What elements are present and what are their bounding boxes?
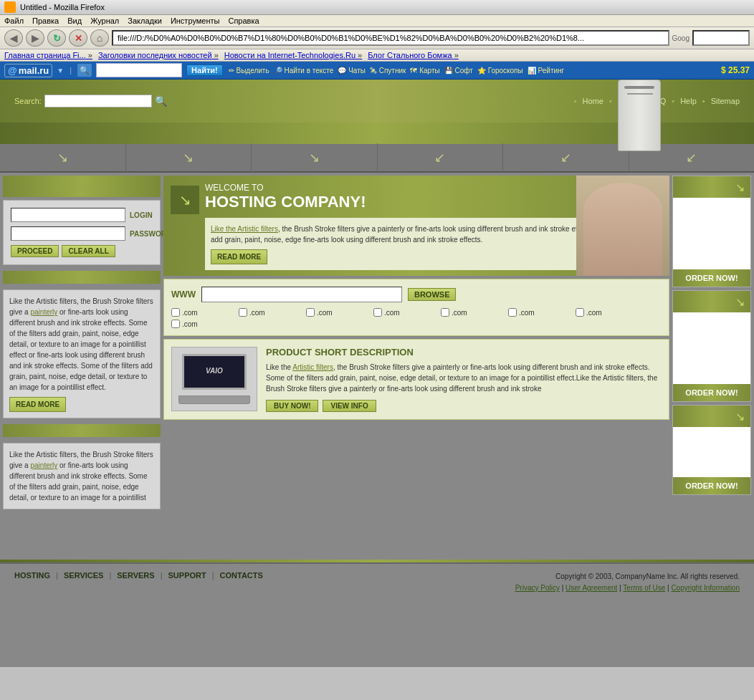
left-sidebar: LOGIN PASSWORD PROCEED CLEAR ALL Like th… — [3, 176, 161, 557]
painterly-link-2[interactable]: painterly — [30, 461, 57, 469]
bookmark-1[interactable]: Главная страница Fi... — [4, 51, 92, 59]
domain-checkbox-3[interactable] — [306, 308, 315, 317]
right-ad-content-3 — [673, 427, 750, 477]
menu-view[interactable]: Вид — [67, 16, 82, 25]
domain-search-box: WWW BROWSE .com .com .com .com .com .com… — [163, 279, 669, 336]
footer-support[interactable]: SUPPORT — [168, 571, 206, 580]
menu-tools[interactable]: Инструменты — [171, 16, 220, 25]
domain-input[interactable] — [201, 287, 402, 302]
clear-button[interactable]: CLEAR ALL — [62, 245, 115, 257]
domain-check-5: .com — [441, 308, 505, 317]
right-ad-content-2 — [673, 312, 750, 384]
menu-help[interactable]: Справка — [228, 16, 259, 25]
nav-arrow-4[interactable]: ↙ — [378, 143, 504, 172]
footer-services[interactable]: SERVICES — [64, 571, 103, 580]
artistic-filters-link[interactable]: Like the Artistic filters — [211, 225, 278, 233]
order-now-button-2[interactable]: ORDER NOW! — [673, 384, 750, 401]
footer-servers[interactable]: SERVERS — [117, 571, 154, 580]
login-buttons: PROCEED CLEAR ALL — [11, 245, 153, 257]
nav-arrow-1[interactable]: ↘ — [0, 143, 126, 172]
back-button[interactable]: ◀ — [4, 29, 23, 47]
mailru-highlight[interactable]: ✏ Выделить — [229, 67, 269, 75]
artistic-filters-link-2[interactable]: Artistic filters — [292, 363, 333, 371]
product-buttons: BUY NOW! VIEW INFO — [266, 400, 662, 412]
mailru-find-in-text[interactable]: 🔎 Найти в тексте — [274, 67, 334, 75]
mailru-maps[interactable]: 🗺 Карты — [410, 67, 439, 75]
browser-search-input[interactable] — [692, 30, 750, 46]
domain-checkbox-8[interactable] — [171, 320, 180, 328]
mailru-rating[interactable]: 📊 Рейтинг — [528, 67, 565, 75]
footer-copyright: Copyright © 2003, CompanyName Inc. All r… — [515, 571, 740, 594]
bookmark-4[interactable]: Блог Стального Бомжа — [368, 51, 459, 59]
footer-contacts[interactable]: CONTACTS — [220, 571, 263, 580]
proceed-button[interactable]: PROCEED — [11, 245, 59, 257]
menu-edit[interactable]: Правка — [32, 16, 59, 25]
user-agreement-link[interactable]: User Agreement — [566, 584, 617, 592]
nav-sitemap[interactable]: Sitemap — [711, 97, 740, 105]
copyright-info-link[interactable]: Copyright Information — [671, 584, 740, 592]
right-ad-3: ↘ ORDER NOW! — [672, 405, 751, 495]
password-row: PASSWORD — [11, 226, 153, 241]
view-info-button[interactable]: VIEW INFO — [323, 400, 376, 412]
login-box: LOGIN PASSWORD PROCEED CLEAR ALL — [3, 200, 161, 265]
main-content: LOGIN PASSWORD PROCEED CLEAR ALL Like th… — [0, 173, 754, 560]
domain-checkbox-1[interactable] — [171, 308, 180, 317]
domain-check-7: .com — [576, 308, 640, 317]
domain-checkbox-5[interactable] — [441, 308, 449, 317]
mailru-soft[interactable]: 💾 Софт — [444, 67, 473, 75]
search-label: Goog — [672, 34, 689, 42]
right-ad-2: ↘ ORDER NOW! — [672, 290, 751, 402]
domain-check-6: .com — [508, 308, 573, 317]
read-more-button-2[interactable]: READ MORE — [211, 249, 267, 264]
mailru-horoscopes[interactable]: ⭐ Гороскопы — [477, 67, 523, 75]
firefox-icon — [4, 1, 16, 13]
mailru-chats[interactable]: 💬 Чаты — [338, 67, 366, 75]
home-button[interactable]: ⌂ — [90, 29, 109, 47]
footer-nav: HOSTING | SERVICES | SERVERS | SUPPORT |… — [14, 571, 263, 580]
read-more-button-1[interactable]: READ MORE — [9, 397, 66, 412]
domain-ext-1: .com — [182, 309, 198, 317]
menu-history[interactable]: Журнал — [90, 16, 119, 25]
bookmark-2[interactable]: Заголовки последних новостей — [98, 51, 219, 59]
domain-ext-7: .com — [586, 309, 602, 317]
footer-links: Privacy Policy | User Agreement | Terms … — [515, 582, 740, 594]
nav-arrow-3[interactable]: ↘ — [252, 143, 378, 172]
menu-file[interactable]: Файл — [4, 16, 24, 25]
reload-button[interactable]: ↻ — [47, 29, 66, 47]
painterly-link-1[interactable]: painterly — [30, 308, 57, 316]
footer-hosting[interactable]: HOSTING — [14, 571, 50, 580]
bookmark-3[interactable]: Новости на Internet-Technologies.Ru — [224, 51, 362, 59]
forward-button[interactable]: ▶ — [26, 29, 44, 47]
mailru-search-icon[interactable]: 🔍 — [77, 64, 92, 77]
search-icon[interactable]: 🔍 — [155, 95, 167, 107]
nav-help[interactable]: Help — [680, 97, 697, 105]
domain-check-1: .com — [171, 308, 236, 317]
menu-bookmarks[interactable]: Закладки — [128, 16, 162, 25]
sidebar-text-1: Like the Artistic filters, the Brush Str… — [9, 297, 153, 391]
mailru-sputnik[interactable]: 🛰 Спутник — [370, 67, 406, 75]
order-now-button-3[interactable]: ORDER NOW! — [673, 477, 750, 494]
terms-of-use-link[interactable]: Terms of Use — [623, 584, 665, 592]
stop-button[interactable]: ✕ — [69, 29, 87, 47]
mailru-logo[interactable]: @mail.ru — [4, 64, 52, 77]
domain-checkbox-7[interactable] — [576, 308, 584, 317]
domain-checkbox-2[interactable] — [239, 308, 247, 317]
privacy-policy-link[interactable]: Privacy Policy — [515, 584, 560, 592]
welcome-icon: ↘ — [171, 186, 199, 214]
browse-button[interactable]: BROWSE — [408, 288, 457, 301]
site-header: Search: 🔍 • Home • Links • FAQ • Help • … — [0, 80, 754, 123]
site-search-input[interactable] — [44, 95, 152, 107]
dropdown-arrow-icon[interactable]: ▼ — [57, 67, 64, 75]
password-input[interactable] — [11, 226, 125, 241]
login-input[interactable] — [11, 208, 125, 222]
product-title: PRODUCT SHORT DESCRIPTION — [266, 347, 662, 358]
mailru-search-input[interactable] — [96, 63, 182, 77]
laptop-icon: VAIO — [178, 354, 250, 404]
address-bar[interactable] — [112, 30, 669, 46]
nav-arrow-2[interactable]: ↘ — [126, 143, 252, 172]
mailru-search-button[interactable]: Найти! — [186, 64, 223, 76]
domain-checkbox-6[interactable] — [508, 308, 517, 317]
domain-checkbox-4[interactable] — [373, 308, 382, 317]
order-now-button-1[interactable]: ORDER NOW! — [673, 269, 750, 287]
buy-now-button[interactable]: BUY NOW! — [266, 400, 318, 412]
